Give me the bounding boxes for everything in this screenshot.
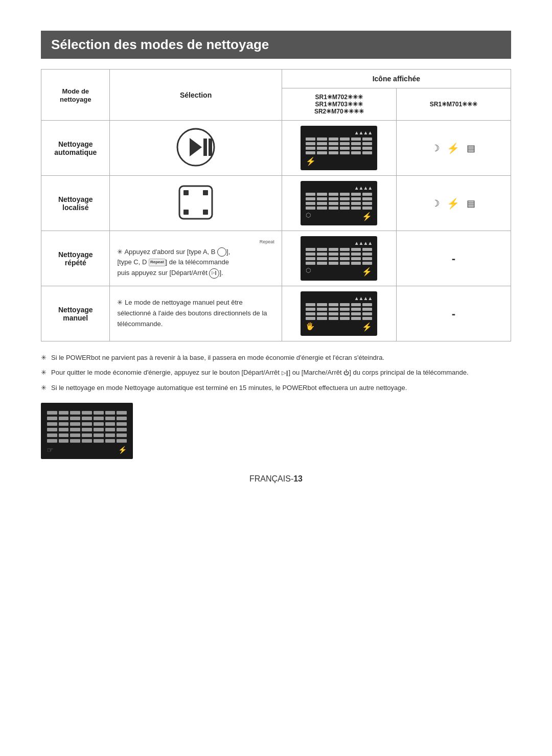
main-table: Mode denettoyage Sélection Icône affiché… <box>41 69 511 341</box>
header-mode: Mode denettoyage <box>41 70 110 121</box>
mode-spot: Nettoyagelocalisé <box>41 176 110 231</box>
lcd-repeat-702: ▲▲▲▲ ⬡ ⚡ <box>282 231 396 286</box>
repeat-label: Repeat <box>149 259 166 266</box>
table-row: Nettoyagelocalisé ▲▲▲▲ <box>41 176 511 231</box>
mode-repeat: Nettoyagerépété <box>41 231 110 286</box>
mode-auto: Nettoyageautomatique <box>41 121 110 176</box>
notes-section: Si le POWERbot ne parvient pas à revenir… <box>41 352 511 394</box>
svg-marker-1 <box>190 138 202 156</box>
table-row: Nettoyagerépété Repeat ✳ Appuyez d'abord… <box>41 231 511 286</box>
dash-repeat-701: - <box>396 231 511 286</box>
type-ab-button <box>217 247 226 257</box>
page-number: FRANÇAIS-13 <box>41 474 511 484</box>
selection-repeat: Repeat ✳ Appuyez d'abord sur [type A, B … <box>110 231 282 286</box>
header-model-701: SR1✳M701✳✳✳ <box>396 88 511 121</box>
lcd-spot-702: ▲▲▲▲ ⬡ ⚡ <box>282 176 396 231</box>
svg-rect-3 <box>209 139 212 156</box>
dash-manual-701: - <box>396 286 511 341</box>
mode-manual: Nettoyagemanuel <box>41 286 110 341</box>
table-row: Nettoyagemanuel ✳ Le mode de nettoyage m… <box>41 286 511 341</box>
svg-rect-2 <box>203 139 207 156</box>
table-row: Nettoyageautomatique ▲▲▲▲ <box>41 121 511 176</box>
depart-arret-button: ▷‖ <box>209 268 219 279</box>
bottom-thumbnail: ☞ ⚡ <box>41 397 511 459</box>
lcd-manual-702: ▲▲▲▲ 🖐 ⚡ <box>282 286 396 341</box>
selection-auto <box>110 121 282 176</box>
note-2: Pour quitter le mode économie d'énergie,… <box>41 366 511 378</box>
note-3: Si le nettoyage en mode Nettoyage automa… <box>41 382 511 394</box>
icons-spot-701: ☽ ⚡ ▤ <box>396 176 511 231</box>
spot-icon <box>175 182 216 223</box>
selection-spot <box>110 176 282 231</box>
selection-manual: ✳ Le mode de nettoyage manuel peut être … <box>110 286 282 341</box>
lcd-auto-702: ▲▲▲▲ ⚡ <box>282 121 396 176</box>
svg-rect-8 <box>203 210 208 215</box>
play-pause-icon <box>175 127 216 168</box>
page-container: Sélection des modes de nettoyage Mode de… <box>41 31 511 484</box>
header-model-702: SR1✳M702✳✳✳SR1✳M703✳✳✳SR2✳M70✳✳✳✳ <box>282 88 396 121</box>
header-icone-affichee: Icône affichée <box>282 70 511 88</box>
icons-auto-701: ☽ ⚡ ▤ <box>396 121 511 176</box>
svg-rect-7 <box>183 210 189 215</box>
svg-rect-5 <box>183 190 189 195</box>
header-selection: Sélection <box>110 70 282 121</box>
note-1: Si le POWERbot ne parvient pas à revenir… <box>41 352 511 363</box>
page-title: Sélection des modes de nettoyage <box>41 31 511 59</box>
svg-rect-6 <box>203 190 208 195</box>
